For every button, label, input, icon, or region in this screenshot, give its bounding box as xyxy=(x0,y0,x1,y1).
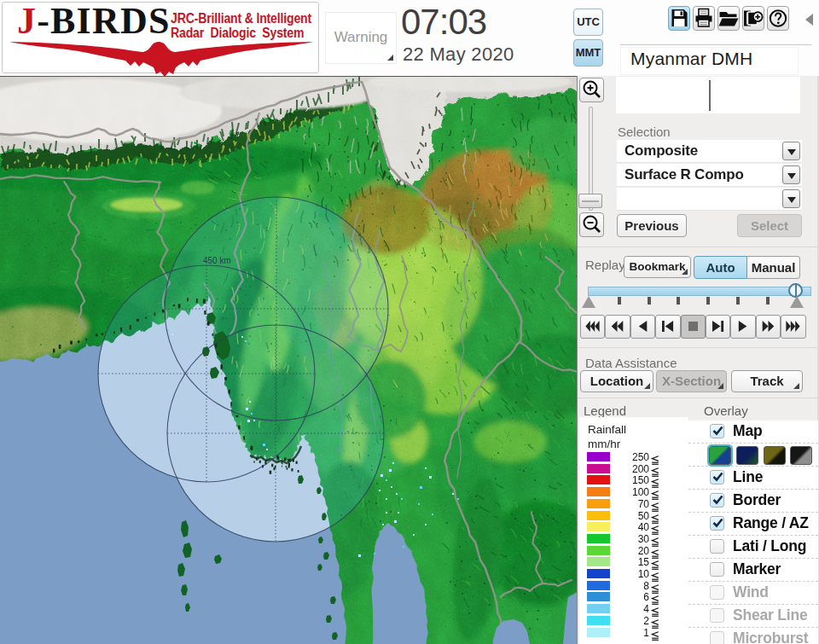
svg-text:450 km: 450 km xyxy=(203,256,231,265)
